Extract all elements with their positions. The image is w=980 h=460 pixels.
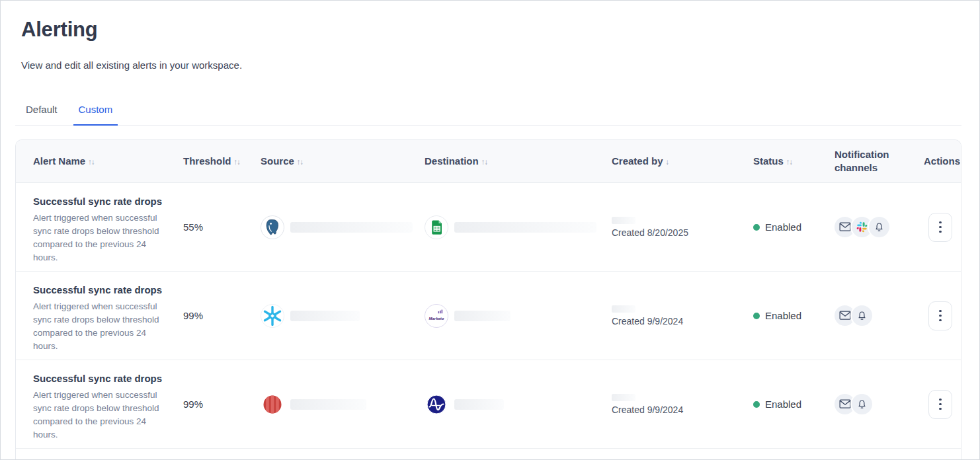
column-header-status[interactable]: Status↑↓ xyxy=(753,155,835,169)
svg-text:Marketo: Marketo xyxy=(429,316,444,320)
alerts-table: Alert Name↑↓ Threshold↑↓ Source↑↓ Destin… xyxy=(15,139,961,460)
page-subtitle: View and edit all existing alerts in you… xyxy=(21,59,979,71)
redacted-creator-name xyxy=(612,394,635,401)
bell-channel-chip xyxy=(852,394,872,414)
bell-channel-chip xyxy=(869,217,889,237)
alert-name: Successful sync rate drops xyxy=(33,196,170,207)
redacted-source-name xyxy=(290,222,413,233)
bell-icon xyxy=(856,310,868,322)
bell-icon xyxy=(874,221,885,233)
column-header-created-by[interactable]: Created by↓ xyxy=(612,155,753,169)
slack-icon xyxy=(856,221,868,233)
column-header-actions: Actions xyxy=(924,155,961,168)
destination-cell xyxy=(425,393,612,416)
redacted-creator-name xyxy=(612,217,635,224)
status-dot-icon xyxy=(753,401,760,408)
snowflake-icon xyxy=(261,304,284,328)
bell-channel-chip xyxy=(852,305,872,326)
column-header-source[interactable]: Source↑↓ xyxy=(261,155,425,169)
kebab-icon xyxy=(939,310,941,312)
notification-channels xyxy=(835,305,924,326)
created-by-cell: Created 8/20/2025 xyxy=(612,217,753,238)
actions-menu-button[interactable] xyxy=(928,301,952,330)
notification-channels xyxy=(835,217,924,237)
status-dot-icon xyxy=(753,224,760,231)
table-row: Successful sync rate drops Alert trigger… xyxy=(16,360,961,448)
threshold-value: 99% xyxy=(183,399,261,410)
created-date: Created 8/20/2025 xyxy=(612,227,753,238)
redacted-destination-name xyxy=(454,311,510,321)
marketo-icon: Marketo xyxy=(425,304,448,328)
created-date: Created 9/9/2024 xyxy=(612,316,753,326)
tabs-bar: Default Custom xyxy=(15,104,961,126)
table-row-partial xyxy=(16,448,961,460)
redacted-source-name xyxy=(290,399,366,410)
alert-name: Successful sync rate drops xyxy=(33,373,170,384)
email-icon xyxy=(839,399,851,409)
threshold-value: 99% xyxy=(183,310,261,321)
table-header: Alert Name↑↓ Threshold↑↓ Source↑↓ Destin… xyxy=(16,140,961,183)
status-badge: Enabled xyxy=(753,310,835,321)
sort-icon: ↑↓ xyxy=(786,158,793,166)
column-header-notification-channels: Notification channels xyxy=(835,148,924,174)
redacted-source-name xyxy=(290,311,360,321)
alerting-page: Alerting View and edit all existing aler… xyxy=(0,0,980,460)
alert-description: Alert triggered when successful sync rat… xyxy=(33,211,160,264)
status-badge: Enabled xyxy=(753,221,835,233)
table-row: Successful sync rate drops Alert trigger… xyxy=(16,271,961,360)
destination-cell: Marketo xyxy=(425,304,612,328)
destination-cell xyxy=(425,215,612,239)
created-date: Created 9/9/2024 xyxy=(612,404,753,415)
alert-description: Alert triggered when successful sync rat… xyxy=(33,300,160,353)
sort-icon: ↑↓ xyxy=(88,158,95,166)
status-label: Enabled xyxy=(765,221,801,233)
tab-custom[interactable]: Custom xyxy=(73,104,118,126)
redacted-destination-name xyxy=(454,222,596,233)
google-sheets-icon xyxy=(425,215,448,239)
status-label: Enabled xyxy=(765,310,801,321)
sort-icon: ↑↓ xyxy=(481,158,488,166)
column-header-alert-name[interactable]: Alert Name↑↓ xyxy=(16,155,183,169)
redacted-destination-name xyxy=(454,399,504,410)
actions-menu-button[interactable] xyxy=(928,213,952,242)
status-label: Enabled xyxy=(765,399,801,410)
alert-name: Successful sync rate drops xyxy=(33,284,170,295)
sort-icon: ↑↓ xyxy=(297,158,304,166)
redacted-creator-name xyxy=(612,305,635,313)
alert-description: Alert triggered when successful sync rat… xyxy=(33,389,160,441)
email-icon xyxy=(839,222,851,232)
email-icon xyxy=(839,311,851,321)
threshold-value: 55% xyxy=(183,221,261,233)
table-row: Successful sync rate drops Alert trigger… xyxy=(16,183,961,271)
column-header-threshold[interactable]: Threshold↑↓ xyxy=(183,155,261,169)
source-cell xyxy=(261,304,425,328)
sort-icon: ↑↓ xyxy=(234,158,241,166)
column-header-destination[interactable]: Destination↑↓ xyxy=(425,155,612,169)
source-cell xyxy=(261,393,425,416)
postgresql-icon xyxy=(261,215,284,239)
amplitude-icon xyxy=(425,393,448,416)
bell-icon xyxy=(856,399,868,410)
created-by-cell: Created 9/9/2024 xyxy=(612,394,753,415)
red-striped-database-icon xyxy=(261,393,284,416)
status-dot-icon xyxy=(753,313,760,319)
page-title: Alerting xyxy=(21,18,979,42)
source-cell xyxy=(261,215,425,239)
sort-descending-icon: ↓ xyxy=(666,158,669,166)
status-badge: Enabled xyxy=(753,399,835,410)
notification-channels xyxy=(835,394,924,414)
kebab-icon xyxy=(939,221,941,223)
tab-default[interactable]: Default xyxy=(20,104,63,125)
kebab-icon xyxy=(939,399,941,401)
actions-menu-button[interactable] xyxy=(928,390,952,419)
created-by-cell: Created 9/9/2024 xyxy=(612,305,753,326)
